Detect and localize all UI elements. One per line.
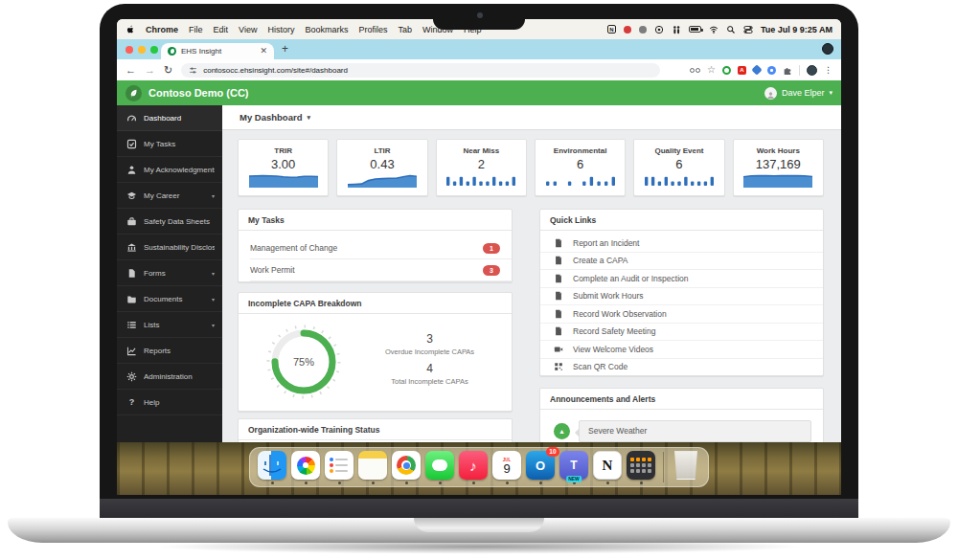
dock-app-notion[interactable]: N	[593, 451, 622, 484]
spotlight-search-icon[interactable]	[726, 25, 736, 34]
sidebar-item-documents[interactable]: Documents▾	[117, 286, 222, 312]
dock-app-teams[interactable]: TNEW	[559, 451, 588, 484]
zoom-window-button[interactable]	[150, 46, 158, 54]
new-tab-button[interactable]: +	[282, 42, 288, 56]
task-row-work-permit[interactable]: Work Permit3	[250, 259, 512, 281]
app-status-icon-gray[interactable]	[639, 26, 647, 34]
kpi-card-ltir[interactable]: LTIR0.43	[336, 139, 427, 196]
sidebar-item-lists[interactable]: Lists▾	[117, 312, 222, 338]
menu-item-profiles[interactable]: Profiles	[358, 25, 387, 34]
wifi-icon[interactable]	[709, 25, 718, 34]
sidebar-item-sustainability-disclosure[interactable]: Sustainability Disclosure	[117, 235, 222, 260]
announcement-row[interactable]: ▲ Severe Weather	[540, 410, 823, 442]
dock-app-outlook[interactable]: O10	[526, 451, 555, 484]
dashboard-main: My Dashboard ▾ TRIR3.00LTIR0.43Near Miss…	[222, 105, 841, 442]
doc-icon	[554, 238, 563, 248]
chrome-menu-icon[interactable]: ⋮	[824, 66, 833, 75]
quick-link-create-a-capa[interactable]: Create a CAPA	[540, 253, 823, 271]
quick-link-scan-qr-code[interactable]: Scan QR Code	[540, 359, 823, 377]
kpi-value: 3.00	[239, 157, 328, 171]
running-indicator-dot	[640, 482, 643, 484]
sidebar-item-help[interactable]: ?Help	[117, 390, 222, 415]
bookmark-star-icon[interactable]: ☆	[707, 65, 716, 75]
capa-percent-label: 75%	[263, 322, 344, 402]
close-window-button[interactable]	[125, 46, 133, 54]
reload-button[interactable]: ↻	[164, 65, 172, 76]
dock-app-calendar[interactable]: JUL9	[492, 451, 521, 484]
ehs-leaf-logo[interactable]	[125, 85, 142, 101]
dock-app-trash[interactable]	[672, 451, 700, 480]
doc-icon	[554, 309, 563, 319]
dashboard-selector[interactable]: My Dashboard ▾	[222, 105, 841, 130]
quick-link-report-an-incident[interactable]: Report an Incident	[540, 235, 823, 253]
record-status-icon[interactable]	[654, 25, 664, 34]
site-title: Contoso Demo (CC)	[148, 87, 249, 99]
extension-icon-green[interactable]	[722, 66, 731, 75]
extensions-puzzle-icon[interactable]	[783, 65, 792, 75]
dock-app-reminders[interactable]	[325, 451, 354, 484]
kpi-card-quality-event[interactable]: Quality Event6	[633, 139, 724, 196]
sidebar-item-dashboard[interactable]: Dashboard	[117, 105, 222, 131]
notion-status-icon[interactable]: N	[607, 25, 616, 34]
dock-app-music[interactable]: ♪	[459, 451, 488, 484]
quick-link-record-work-observation[interactable]: Record Work Observation	[540, 305, 823, 324]
tab-close-icon[interactable]: ✕	[260, 47, 267, 56]
back-button[interactable]: ←	[125, 65, 136, 76]
kpi-label: Work Hours	[734, 146, 823, 155]
announcements-card: Announcements and Alerts ▲ Severe Weathe…	[539, 388, 824, 442]
people-status-icon[interactable]	[672, 25, 681, 34]
chrome-profile-avatar[interactable]	[807, 65, 817, 76]
sidebar-item-forms[interactable]: Forms▾	[117, 260, 222, 286]
user-menu[interactable]: Dave Elper ▾	[764, 87, 833, 100]
quick-link-submit-work-hours[interactable]: Submit Work Hours	[540, 288, 823, 306]
extension-icon-blue-dot[interactable]	[767, 66, 776, 75]
dock-app-messages[interactable]	[425, 451, 454, 484]
quick-link-record-safety-meeting[interactable]: Record Safety Meeting	[540, 324, 823, 342]
browser-profile-icon[interactable]	[822, 43, 833, 55]
extension-icon-blue-tag[interactable]	[751, 64, 762, 75]
menu-item-view[interactable]: View	[239, 25, 257, 34]
sidebar-item-my-career[interactable]: My Career▾	[117, 183, 222, 209]
forward-button[interactable]: →	[145, 65, 155, 76]
sidebar-item-label: Reports	[144, 347, 215, 355]
sidebar-item-reports[interactable]: Reports	[117, 338, 222, 364]
control-center-icon[interactable]	[743, 25, 753, 34]
dock-app-finder[interactable]	[258, 451, 286, 484]
menu-item-history[interactable]: History	[267, 25, 294, 34]
dock-app-notes[interactable]	[358, 451, 387, 484]
bank-icon	[126, 242, 137, 253]
kpi-card-environmental[interactable]: Environmental6	[535, 139, 626, 196]
menu-item-chrome[interactable]: Chrome	[146, 25, 178, 34]
sidebar-item-my-acknowledgments[interactable]: My Acknowledgments	[117, 157, 222, 183]
kpi-card-trir[interactable]: TRIR3.00	[238, 139, 329, 196]
capa-donut-chart: 75%	[263, 322, 344, 402]
minimize-window-button[interactable]	[138, 46, 146, 54]
kpi-value: 6	[536, 157, 625, 171]
apple-menu-icon[interactable]	[125, 25, 135, 34]
battery-icon[interactable]	[689, 26, 701, 33]
sidebar-item-my-tasks[interactable]: My Tasks	[117, 131, 222, 157]
quick-link-view-welcome-videos[interactable]: View Welcome Videos	[540, 341, 823, 359]
dock-app-calculator[interactable]	[627, 451, 655, 484]
extension-icon-adobe[interactable]: A	[738, 66, 746, 75]
reading-mode-icon[interactable]	[690, 68, 700, 73]
video-icon	[554, 345, 563, 354]
dock-app-chrome[interactable]	[392, 451, 421, 484]
browser-tab[interactable]: EHS Insight ✕	[161, 43, 274, 59]
menubar-clock[interactable]: Tue Jul 9 9:25 AM	[761, 25, 833, 34]
quick-link-complete-an-audit-or-inspection[interactable]: Complete an Audit or Inspection	[540, 270, 823, 288]
menu-item-bookmarks[interactable]: Bookmarks	[305, 25, 348, 34]
sidebar-item-administration[interactable]: Administration	[117, 364, 222, 390]
menu-item-file[interactable]: File	[189, 25, 203, 34]
dock-app-photos[interactable]	[291, 451, 320, 484]
address-bar[interactable]: contosocc.ehsinsight.com/site#/dashboard	[181, 63, 660, 78]
quick-links-title: Quick Links	[540, 210, 823, 231]
menu-item-tab[interactable]: Tab	[398, 25, 412, 34]
app-status-icon-red[interactable]	[624, 26, 631, 34]
sidebar-item-safety-data-sheets[interactable]: Safety Data Sheets	[117, 209, 222, 235]
reminders-icon	[325, 451, 354, 480]
menu-item-edit[interactable]: Edit	[214, 25, 229, 34]
kpi-card-near-miss[interactable]: Near Miss2	[436, 139, 527, 196]
task-row-management-of-change[interactable]: Management of Change1	[250, 237, 512, 259]
kpi-card-work-hours[interactable]: Work Hours137,169	[733, 139, 824, 196]
